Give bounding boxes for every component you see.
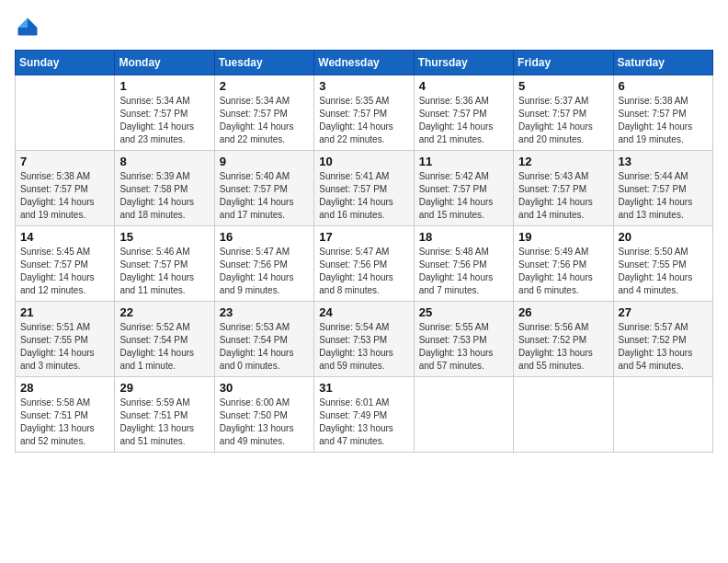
calendar-cell: 31Sunrise: 6:01 AMSunset: 7:49 PMDayligh… — [314, 377, 414, 453]
day-info: Sunrise: 5:51 AMSunset: 7:55 PMDaylight:… — [20, 321, 109, 373]
day-number: 25 — [419, 305, 508, 319]
calendar-week-4: 21Sunrise: 5:51 AMSunset: 7:55 PMDayligh… — [16, 302, 713, 377]
day-info: Sunrise: 6:00 AMSunset: 7:50 PMDaylight:… — [220, 396, 309, 448]
day-info: Sunrise: 5:48 AMSunset: 7:56 PMDaylight:… — [419, 246, 508, 297]
day-number: 11 — [419, 155, 508, 168]
day-number: 13 — [619, 155, 708, 168]
day-info: Sunrise: 5:42 AMSunset: 7:57 PMDaylight:… — [419, 170, 508, 222]
day-info: Sunrise: 5:45 AMSunset: 7:57 PMDaylight:… — [20, 246, 109, 297]
day-header-thursday: Thursday — [414, 51, 513, 75]
calendar-cell: 16Sunrise: 5:47 AMSunset: 7:56 PMDayligh… — [214, 226, 313, 302]
day-number: 20 — [619, 230, 708, 244]
day-header-wednesday: Wednesday — [314, 51, 414, 75]
calendar-cell: 14Sunrise: 5:45 AMSunset: 7:57 PMDayligh… — [16, 226, 115, 302]
day-number: 15 — [119, 230, 209, 244]
calendar-cell: 29Sunrise: 5:59 AMSunset: 7:51 PMDayligh… — [115, 377, 214, 453]
day-number: 17 — [319, 230, 408, 244]
day-info: Sunrise: 5:47 AMSunset: 7:56 PMDaylight:… — [220, 246, 309, 297]
day-info: Sunrise: 5:49 AMSunset: 7:56 PMDaylight:… — [518, 246, 608, 297]
calendar-week-1: 1Sunrise: 5:34 AMSunset: 7:57 PMDaylight… — [16, 75, 713, 151]
svg-marker-1 — [18, 18, 28, 29]
day-number: 10 — [319, 155, 408, 168]
day-info: Sunrise: 5:56 AMSunset: 7:52 PMDaylight:… — [518, 321, 608, 373]
day-info: Sunrise: 5:52 AMSunset: 7:54 PMDaylight:… — [119, 321, 209, 373]
calendar-cell: 7Sunrise: 5:38 AMSunset: 7:57 PMDaylight… — [16, 151, 115, 226]
day-number: 27 — [619, 305, 708, 319]
day-number: 21 — [20, 305, 109, 319]
day-number: 23 — [220, 305, 309, 319]
day-info: Sunrise: 5:37 AMSunset: 7:57 PMDaylight:… — [518, 95, 608, 146]
day-number: 1 — [119, 79, 209, 93]
header — [15, 15, 713, 40]
calendar-cell: 18Sunrise: 5:48 AMSunset: 7:56 PMDayligh… — [414, 226, 513, 302]
logo-icon — [15, 15, 40, 40]
days-header-row: SundayMondayTuesdayWednesdayThursdayFrid… — [16, 51, 713, 75]
calendar-cell: 6Sunrise: 5:38 AMSunset: 7:57 PMDaylight… — [613, 75, 712, 151]
calendar-cell — [514, 377, 613, 453]
svg-rect-2 — [18, 28, 38, 35]
day-info: Sunrise: 5:47 AMSunset: 7:56 PMDaylight:… — [319, 246, 408, 297]
day-number: 3 — [319, 79, 408, 93]
calendar-cell — [16, 75, 115, 151]
calendar-week-2: 7Sunrise: 5:38 AMSunset: 7:57 PMDaylight… — [16, 151, 713, 226]
calendar-cell: 25Sunrise: 5:55 AMSunset: 7:53 PMDayligh… — [414, 302, 513, 377]
calendar-cell: 9Sunrise: 5:40 AMSunset: 7:57 PMDaylight… — [214, 151, 313, 226]
calendar-cell: 11Sunrise: 5:42 AMSunset: 7:57 PMDayligh… — [414, 151, 513, 226]
day-info: Sunrise: 5:58 AMSunset: 7:51 PMDaylight:… — [20, 396, 109, 448]
day-header-monday: Monday — [115, 51, 214, 75]
calendar-cell — [414, 377, 513, 453]
calendar-cell: 2Sunrise: 5:34 AMSunset: 7:57 PMDaylight… — [214, 75, 313, 151]
calendar-cell: 26Sunrise: 5:56 AMSunset: 7:52 PMDayligh… — [514, 302, 613, 377]
day-number: 4 — [419, 79, 508, 93]
calendar-cell: 17Sunrise: 5:47 AMSunset: 7:56 PMDayligh… — [314, 226, 414, 302]
day-header-sunday: Sunday — [16, 51, 115, 75]
day-info: Sunrise: 5:50 AMSunset: 7:55 PMDaylight:… — [619, 246, 708, 297]
day-number: 28 — [20, 381, 109, 395]
day-info: Sunrise: 5:40 AMSunset: 7:57 PMDaylight:… — [220, 170, 309, 222]
day-number: 22 — [119, 305, 209, 319]
day-number: 9 — [220, 155, 309, 168]
svg-marker-0 — [28, 18, 38, 29]
calendar-cell: 13Sunrise: 5:44 AMSunset: 7:57 PMDayligh… — [613, 151, 712, 226]
day-info: Sunrise: 5:35 AMSunset: 7:57 PMDaylight:… — [319, 95, 408, 146]
day-header-saturday: Saturday — [613, 51, 712, 75]
calendar-cell: 20Sunrise: 5:50 AMSunset: 7:55 PMDayligh… — [613, 226, 712, 302]
calendar-cell: 3Sunrise: 5:35 AMSunset: 7:57 PMDaylight… — [314, 75, 414, 151]
day-header-friday: Friday — [514, 51, 613, 75]
day-info: Sunrise: 6:01 AMSunset: 7:49 PMDaylight:… — [319, 396, 408, 448]
day-info: Sunrise: 5:34 AMSunset: 7:57 PMDaylight:… — [119, 95, 209, 146]
day-number: 6 — [619, 79, 708, 93]
day-info: Sunrise: 5:39 AMSunset: 7:58 PMDaylight:… — [119, 170, 209, 222]
day-info: Sunrise: 5:53 AMSunset: 7:54 PMDaylight:… — [220, 321, 309, 373]
day-number: 29 — [119, 381, 209, 395]
day-number: 8 — [119, 155, 209, 168]
day-info: Sunrise: 5:57 AMSunset: 7:52 PMDaylight:… — [619, 321, 708, 373]
day-info: Sunrise: 5:46 AMSunset: 7:57 PMDaylight:… — [119, 246, 209, 297]
day-number: 7 — [20, 155, 109, 168]
day-number: 2 — [220, 79, 309, 93]
day-info: Sunrise: 5:41 AMSunset: 7:57 PMDaylight:… — [319, 170, 408, 222]
calendar-cell: 8Sunrise: 5:39 AMSunset: 7:58 PMDaylight… — [115, 151, 214, 226]
calendar-table: SundayMondayTuesdayWednesdayThursdayFrid… — [15, 50, 713, 453]
calendar-cell: 12Sunrise: 5:43 AMSunset: 7:57 PMDayligh… — [514, 151, 613, 226]
day-info: Sunrise: 5:55 AMSunset: 7:53 PMDaylight:… — [419, 321, 508, 373]
calendar-cell: 28Sunrise: 5:58 AMSunset: 7:51 PMDayligh… — [16, 377, 115, 453]
day-info: Sunrise: 5:54 AMSunset: 7:53 PMDaylight:… — [319, 321, 408, 373]
calendar-cell: 10Sunrise: 5:41 AMSunset: 7:57 PMDayligh… — [314, 151, 414, 226]
day-number: 12 — [518, 155, 608, 168]
day-number: 16 — [220, 230, 309, 244]
day-number: 24 — [319, 305, 408, 319]
day-number: 14 — [20, 230, 109, 244]
calendar-cell: 30Sunrise: 6:00 AMSunset: 7:50 PMDayligh… — [214, 377, 313, 453]
day-info: Sunrise: 5:43 AMSunset: 7:57 PMDaylight:… — [518, 170, 608, 222]
day-info: Sunrise: 5:44 AMSunset: 7:57 PMDaylight:… — [619, 170, 708, 222]
calendar-cell: 1Sunrise: 5:34 AMSunset: 7:57 PMDaylight… — [115, 75, 214, 151]
day-info: Sunrise: 5:38 AMSunset: 7:57 PMDaylight:… — [619, 95, 708, 146]
calendar-cell — [613, 377, 712, 453]
calendar-cell: 19Sunrise: 5:49 AMSunset: 7:56 PMDayligh… — [514, 226, 613, 302]
day-number: 18 — [419, 230, 508, 244]
calendar-week-5: 28Sunrise: 5:58 AMSunset: 7:51 PMDayligh… — [16, 377, 713, 453]
calendar-cell: 22Sunrise: 5:52 AMSunset: 7:54 PMDayligh… — [115, 302, 214, 377]
day-header-tuesday: Tuesday — [214, 51, 313, 75]
calendar-cell: 27Sunrise: 5:57 AMSunset: 7:52 PMDayligh… — [613, 302, 712, 377]
